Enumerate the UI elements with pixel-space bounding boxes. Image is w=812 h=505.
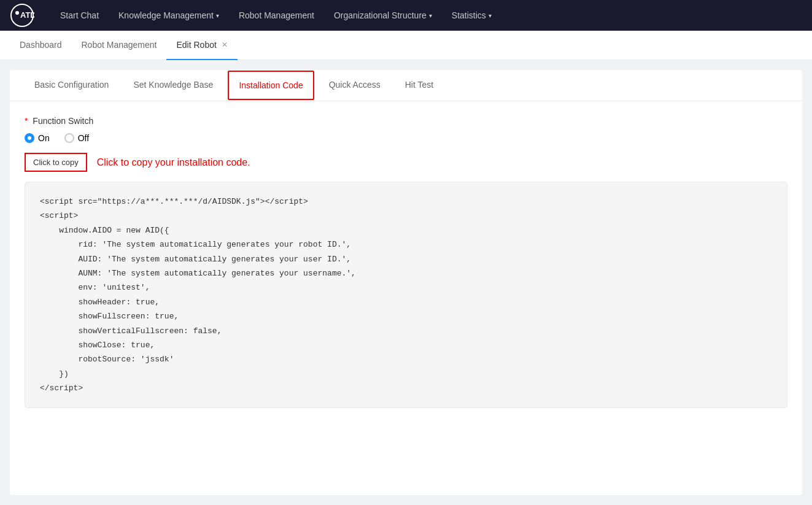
- nav-robot-management[interactable]: Robot Management: [230, 0, 323, 31]
- breadcrumb: Dashboard Robot Management Edit Robot ✕: [0, 31, 812, 60]
- breadcrumb-tab-robot-management[interactable]: Robot Management: [72, 31, 167, 60]
- radio-on[interactable]: On: [25, 133, 50, 143]
- chevron-down-icon: ▾: [216, 12, 219, 19]
- chevron-down-icon: ▾: [489, 12, 492, 19]
- tab-hit-test[interactable]: Hit Test: [395, 70, 443, 101]
- radio-off-circle: [64, 133, 74, 143]
- breadcrumb-tab-dashboard[interactable]: Dashboard: [10, 31, 72, 60]
- function-switch-radio-group: On Off: [25, 133, 787, 143]
- radio-off[interactable]: Off: [64, 133, 89, 143]
- top-navigation: ATD Start Chat Knowledge Management ▾ Ro…: [0, 0, 812, 31]
- nav-statistics[interactable]: Statistics ▾: [443, 0, 500, 31]
- close-tab-icon[interactable]: ✕: [222, 40, 228, 49]
- main-content: Basic Configuration Set Knowledge Base I…: [10, 70, 802, 495]
- copy-row: Click to copy Click to copy your install…: [25, 153, 787, 172]
- copy-hint-text: Click to copy your installation code.: [97, 157, 250, 168]
- tab-set-knowledge-base[interactable]: Set Knowledge Base: [123, 70, 223, 101]
- page-tabs: Basic Configuration Set Knowledge Base I…: [10, 70, 802, 101]
- radio-on-circle: [25, 133, 34, 143]
- chevron-down-icon: ▾: [429, 12, 432, 19]
- tab-quick-access[interactable]: Quick Access: [319, 70, 390, 101]
- installation-code-block: <script src="https://a***.***.***/d/AIDS…: [25, 182, 787, 408]
- nav-start-chat[interactable]: Start Chat: [52, 0, 107, 31]
- nav-knowledge-management[interactable]: Knowledge Management ▾: [110, 0, 228, 31]
- svg-text:ATD: ATD: [20, 10, 34, 20]
- svg-point-1: [15, 11, 19, 15]
- tab-basic-configuration[interactable]: Basic Configuration: [25, 70, 118, 101]
- tab-content: * Function Switch On Off Click to copy: [10, 101, 802, 423]
- copy-button[interactable]: Click to copy: [25, 153, 87, 172]
- nav-organizational-structure[interactable]: Organizational Structure ▾: [325, 0, 441, 31]
- required-indicator: *: [25, 116, 28, 126]
- breadcrumb-tab-edit-robot[interactable]: Edit Robot ✕: [166, 31, 237, 60]
- tab-installation-code[interactable]: Installation Code: [228, 71, 314, 100]
- function-switch-label: * Function Switch: [25, 116, 787, 126]
- app-logo: ATD: [10, 3, 34, 28]
